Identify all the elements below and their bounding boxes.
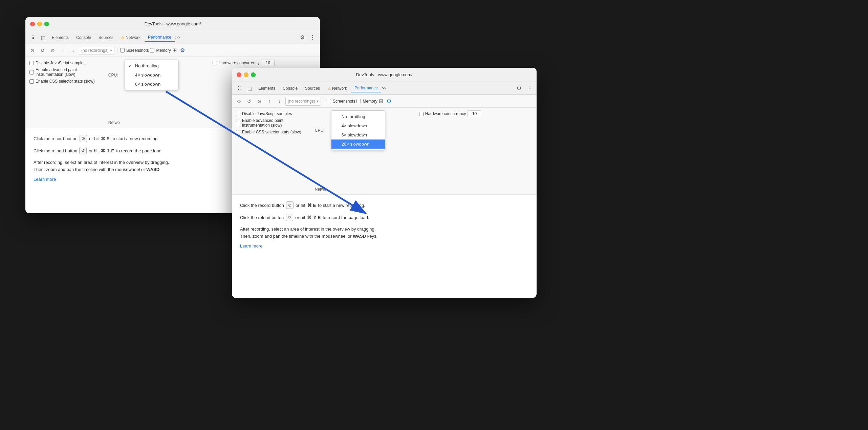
tab-console-2[interactable]: Console bbox=[279, 85, 301, 92]
memory-input-2[interactable] bbox=[356, 99, 361, 103]
css-stats-checkbox-2[interactable]: Enable CSS selector stats (slow) bbox=[236, 130, 301, 134]
recordings-label-1: (no recordings) bbox=[81, 48, 109, 53]
disable-js-checkbox-2[interactable]: Disable JavaScript samples bbox=[236, 111, 292, 116]
network-label-2: Netwo bbox=[315, 187, 329, 192]
throttle-none-2[interactable]: No throttling bbox=[331, 112, 385, 121]
recordings-dropdown-1[interactable]: (no recordings) ▾ bbox=[79, 46, 114, 55]
learn-more-link-2[interactable]: Learn more bbox=[240, 243, 262, 249]
disable-js-checkbox-1[interactable]: Disable JavaScript samples bbox=[29, 61, 85, 65]
screenshots-checkbox-1[interactable]: Screenshots bbox=[120, 48, 149, 53]
tab-network-2[interactable]: ⚠ Network bbox=[324, 85, 350, 92]
learn-more-link-1[interactable]: Learn more bbox=[34, 177, 56, 182]
close-button-2[interactable] bbox=[237, 72, 241, 77]
screenshots-input-1[interactable] bbox=[120, 48, 125, 52]
record-instruction-2: Click the record button ⊙ or hit ⌘ E to … bbox=[240, 201, 528, 209]
memory-checkbox-2[interactable]: Memory bbox=[356, 99, 377, 104]
warning-icon-1: ⚠ bbox=[121, 35, 125, 40]
settings-icon-1[interactable]: ⚙ bbox=[298, 33, 307, 42]
more-options-icon-2[interactable]: ⋮ bbox=[524, 84, 534, 93]
screenshots-checkbox-2[interactable]: Screenshots bbox=[327, 99, 355, 104]
recordings-label-2: (no recordings) bbox=[288, 99, 315, 104]
close-button-1[interactable] bbox=[30, 22, 35, 26]
tab-performance-1[interactable]: Performance bbox=[145, 34, 175, 42]
tab-sources-1[interactable]: Sources bbox=[95, 34, 117, 41]
hw-concurrency-label-2: Hardware concurrency bbox=[425, 111, 466, 116]
maximize-button-1[interactable] bbox=[44, 22, 49, 26]
disable-js-label-2: Disable JavaScript samples bbox=[242, 111, 292, 116]
toolbar-1: ⊙ ↺ ⊘ ↑ ↓ (no recordings) ▾ Screenshots … bbox=[25, 44, 320, 57]
reload-kbd-icon-2: ↺ bbox=[286, 214, 293, 221]
reload-button-2[interactable]: ↺ bbox=[245, 97, 254, 106]
upload-button-2[interactable]: ↑ bbox=[265, 97, 274, 106]
throttle-20x-2[interactable]: 20× slowdown bbox=[331, 139, 385, 149]
throttle-4x-1[interactable]: 4× slowdown bbox=[125, 70, 178, 80]
css-stats-checkbox-1[interactable]: Enable CSS selector stats (slow) bbox=[29, 79, 95, 84]
hw-concurrency-checkbox-1[interactable]: Hardware concurrency bbox=[213, 60, 275, 66]
cpu-icon-1: ⊞ bbox=[172, 47, 177, 53]
record-button-2[interactable]: ⊙ bbox=[235, 97, 243, 106]
traffic-lights-1 bbox=[30, 22, 49, 26]
settings-row-1: Disable JavaScript samples bbox=[29, 60, 95, 66]
settings-row-2-1: Disable JavaScript samples bbox=[236, 110, 301, 117]
settings-row-2-2: Enable advanced paintinstrumentation (sl… bbox=[236, 117, 301, 129]
hw-concurrency-checkbox-2[interactable]: Hardware concurrency bbox=[419, 110, 481, 117]
memory-label-1: Memory bbox=[156, 48, 171, 53]
maximize-button-2[interactable] bbox=[251, 72, 256, 77]
cpu-label-2: CPU: bbox=[315, 128, 329, 133]
settings-row-2: Enable advanced paintinstrumentation (sl… bbox=[29, 66, 95, 78]
throttle-none-1[interactable]: No throttling bbox=[125, 61, 178, 70]
tab-elements-1[interactable]: Elements bbox=[48, 34, 72, 41]
reload-button-1[interactable]: ↺ bbox=[38, 46, 47, 55]
cursor-icon-2[interactable]: ⠿ bbox=[235, 84, 244, 93]
description-2: After recording, select an area of inter… bbox=[240, 226, 528, 240]
traffic-lights-2 bbox=[237, 72, 256, 77]
reload-instruction-2: Click the reload button ↺ or hit ⌘ ⇧ E t… bbox=[240, 214, 528, 221]
memory-label-2: Memory bbox=[363, 99, 377, 104]
minimize-button-2[interactable] bbox=[244, 72, 248, 77]
tab-sources-2[interactable]: Sources bbox=[302, 85, 323, 92]
layers-icon-2[interactable]: ⬚ bbox=[245, 84, 254, 93]
tab-elements-2[interactable]: Elements bbox=[255, 85, 279, 92]
cpu-dropdown-2[interactable]: No throttling 4× slowdown 6× slowdown 20… bbox=[331, 110, 385, 150]
throttle-4x-2[interactable]: 4× slowdown bbox=[331, 121, 385, 130]
config-icon-1[interactable]: ⚙ bbox=[178, 46, 187, 55]
minimize-button-1[interactable] bbox=[37, 22, 42, 26]
upload-button-1[interactable]: ↑ bbox=[59, 46, 67, 55]
config-icon-2[interactable]: ⚙ bbox=[385, 97, 393, 106]
tab-performance-2[interactable]: Performance bbox=[351, 84, 381, 92]
clear-button-2[interactable]: ⊘ bbox=[255, 97, 264, 106]
warning-icon-2: ⚠ bbox=[327, 86, 331, 91]
title-bar-2: DevTools - www.google.com/ bbox=[232, 68, 537, 82]
cpu-dropdown-1[interactable]: No throttling 4× slowdown 6× slowdown bbox=[125, 60, 179, 90]
clear-button-1[interactable]: ⊘ bbox=[48, 46, 57, 55]
cpu-label-1: CPU: bbox=[108, 73, 123, 78]
adv-paint-checkbox-2[interactable]: Enable advanced paintinstrumentation (sl… bbox=[236, 118, 283, 128]
layers-icon[interactable]: ⬚ bbox=[38, 33, 48, 42]
download-button-1[interactable]: ↓ bbox=[69, 46, 78, 55]
throttle-6x-1[interactable]: 6× slowdown bbox=[125, 80, 178, 89]
reload-kbd-icon-1: ↺ bbox=[79, 147, 87, 154]
cpu-dropdown-menu-2[interactable]: No throttling 4× slowdown 6× slowdown 20… bbox=[331, 110, 385, 150]
cpu-icon-2: ⊞ bbox=[379, 98, 383, 104]
download-button-2[interactable]: ↓ bbox=[275, 97, 284, 106]
memory-input-1[interactable] bbox=[150, 48, 154, 52]
recordings-dropdown-2[interactable]: (no recordings) ▾ bbox=[285, 97, 321, 106]
screenshots-input-2[interactable] bbox=[327, 99, 331, 103]
record-icon-2: ⊙ bbox=[286, 201, 294, 209]
adv-paint-label-1: Enable advanced paintinstrumentation (sl… bbox=[36, 67, 77, 77]
memory-checkbox-1[interactable]: Memory bbox=[150, 48, 171, 53]
more-options-icon-1[interactable]: ⋮ bbox=[308, 33, 317, 42]
tab-console-1[interactable]: Console bbox=[73, 34, 94, 41]
tab-more-2[interactable]: >> bbox=[382, 86, 387, 91]
hw-concurrency-input-1[interactable] bbox=[261, 60, 275, 66]
disable-js-label-1: Disable JavaScript samples bbox=[36, 61, 85, 65]
throttle-6x-2[interactable]: 6× slowdown bbox=[331, 130, 385, 139]
cpu-dropdown-menu-1[interactable]: No throttling 4× slowdown 6× slowdown bbox=[125, 60, 179, 90]
settings-icon-2[interactable]: ⚙ bbox=[514, 84, 524, 93]
tab-more-1[interactable]: >> bbox=[175, 35, 180, 40]
hw-concurrency-input-2[interactable] bbox=[468, 110, 481, 117]
record-button-1[interactable]: ⊙ bbox=[28, 46, 37, 55]
cursor-icon[interactable]: ⠿ bbox=[28, 33, 38, 42]
tab-network-1[interactable]: ⚠ Network bbox=[117, 34, 144, 41]
adv-paint-checkbox-1[interactable]: Enable advanced paintinstrumentation (sl… bbox=[29, 67, 77, 77]
